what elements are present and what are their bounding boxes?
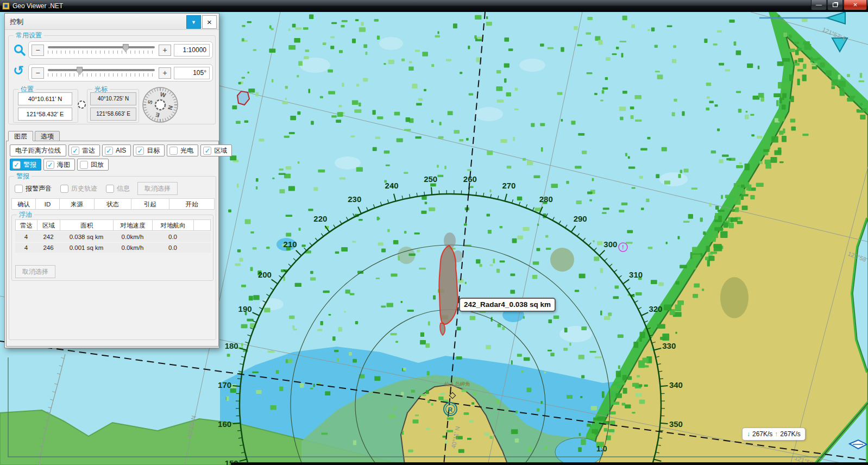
- download-speed: 267K/s: [752, 430, 772, 438]
- oil-cell: 0.0km/h: [113, 232, 152, 242]
- toggle-label: 光电: [180, 146, 193, 155]
- app-icon: [2, 2, 10, 10]
- oil-col-header[interactable]: 面积: [60, 220, 114, 230]
- svg-text:240: 240: [385, 181, 399, 190]
- toggle-label: 警报: [23, 160, 36, 169]
- panel-dropdown-button[interactable]: ▼: [186, 15, 201, 29]
- toggle-label: 区域: [214, 146, 227, 155]
- rotate-slider[interactable]: [47, 67, 156, 79]
- oil-cell: 0.0: [152, 243, 193, 253]
- layer-toggle-区域[interactable]: ✓区域: [200, 144, 232, 156]
- checkbox-icon: ✓: [46, 161, 54, 169]
- alarm-col-header[interactable]: 开始: [169, 199, 214, 209]
- app-window: 1501601701801902002102202302402502602702…: [0, 0, 868, 465]
- layer-toggle-雷达[interactable]: ✓雷达: [68, 144, 100, 156]
- svg-text:200: 200: [258, 270, 272, 279]
- checkbox-icon: ✓: [105, 147, 113, 155]
- svg-text:280: 280: [539, 194, 553, 204]
- checkbox-icon: ✓: [136, 147, 144, 155]
- oil-col-header[interactable]: 区域: [37, 220, 60, 230]
- group-label: 浮油: [17, 211, 34, 218]
- alarm-col-header[interactable]: ID: [36, 199, 60, 209]
- alarm-deselect-button[interactable]: 取消选择: [137, 182, 178, 195]
- scale-value[interactable]: 1:10000: [174, 44, 210, 56]
- screen-edge: [231, 462, 868, 465]
- cursor-lat-field: 40°10.725' N: [90, 92, 136, 105]
- restore-icon: [833, 3, 838, 7]
- restore-button[interactable]: [827, 0, 843, 10]
- layer-toggle-电子距离方位线[interactable]: 电子距离方位线: [10, 144, 66, 156]
- alarm-table-header: 确认ID来源状态引起开始: [11, 198, 215, 210]
- alarm-option-信息: 信息: [105, 183, 131, 194]
- oil-table-row[interactable]: 42420.038 sq km0.0km/h0.0: [15, 232, 211, 242]
- rotate-plus-button[interactable]: +: [159, 67, 171, 79]
- alarm-col-header[interactable]: 状态: [95, 199, 131, 209]
- alarm-col-header[interactable]: 来源: [60, 199, 95, 209]
- position-lat-field[interactable]: 40°10.611' N: [18, 92, 72, 105]
- oil-group: 浮油 雷达区域面积对地速度对地航向42420.038 sq km0.0km/h0…: [11, 215, 213, 281]
- oil-table-row[interactable]: 42460.001 sq km0.0km/h0.0: [15, 243, 211, 253]
- panel-title: 控制: [10, 18, 23, 26]
- oil-cell: 246: [37, 243, 60, 253]
- alarm-col-header[interactable]: 引起: [131, 199, 169, 209]
- slick-tooltip: 242_Radar4_0.038 sq km: [459, 298, 556, 312]
- checkbox-icon: [60, 185, 68, 193]
- panel-header[interactable]: 控制 ▼ ×: [5, 14, 219, 30]
- group-label: 光标: [92, 85, 110, 93]
- download-arrow-icon: ↓: [747, 430, 750, 438]
- tab-layers[interactable]: 图层: [8, 131, 33, 141]
- zoom-icon: [13, 43, 26, 56]
- svg-text:190: 190: [238, 304, 252, 313]
- svg-text:1.0: 1.0: [596, 444, 607, 453]
- oil-cell: 4: [15, 243, 37, 253]
- checkbox-icon: [169, 147, 178, 155]
- layer-toggle-回放[interactable]: 回放: [77, 159, 109, 171]
- layer-toggle-光电[interactable]: 光电: [167, 144, 198, 156]
- checkbox-icon: ✓: [203, 147, 211, 155]
- oil-table[interactable]: 雷达区域面积对地速度对地航向42420.038 sq km0.0km/h0.04…: [15, 219, 211, 253]
- oil-cell: 4: [15, 232, 37, 242]
- cursor-group: 光标 40°10.725' N 121°58.663' E: [87, 89, 139, 123]
- rotate-slider-row: − + 105°: [28, 64, 213, 81]
- position-lon-field[interactable]: 121°58.432' E: [18, 108, 72, 121]
- svg-text:220: 220: [313, 214, 327, 223]
- oil-cell: 0.0: [152, 232, 193, 242]
- oil-col-header[interactable]: 雷达: [16, 220, 37, 230]
- toggle-label: 海图: [57, 160, 70, 169]
- oil-col-header[interactable]: 对地航向: [153, 220, 194, 230]
- oil-col-header[interactable]: 对地速度: [114, 220, 153, 230]
- tab-content: 电子距离方位线✓雷达✓AIS✓目标光电✓区域 ✓警报✓海图回放 警报 报警声音历…: [6, 141, 219, 347]
- zoom-slider[interactable]: [47, 44, 156, 56]
- oil-table-header: 雷达区域面积对地速度对地航向: [15, 219, 211, 231]
- tab-options[interactable]: 选项: [35, 131, 60, 141]
- tab-strip: 图层选项: [8, 131, 61, 141]
- minimize-button[interactable]: —: [811, 0, 827, 10]
- cursor-lon-field: 121°58.663' E: [90, 108, 136, 121]
- rotation-value[interactable]: 105°: [174, 67, 210, 79]
- toggle-label: 目标: [147, 146, 160, 155]
- alarm-col-header[interactable]: 确认: [12, 199, 36, 209]
- layer-toggle-row: ✓警报✓海图回放: [10, 159, 109, 171]
- layer-toggle-AIS[interactable]: ✓AIS: [102, 144, 131, 156]
- close-button[interactable]: ×: [844, 0, 867, 10]
- zoom-minus-button[interactable]: −: [32, 45, 44, 56]
- center-target-icon[interactable]: [77, 100, 86, 109]
- svg-text:170: 170: [218, 380, 231, 389]
- cape-label: 仙人岛岬角: [444, 381, 470, 387]
- layer-toggle-警报[interactable]: ✓警报: [10, 159, 41, 171]
- oil-deselect-button[interactable]: 取消选择: [15, 265, 55, 278]
- compass-rose[interactable]: NESW: [141, 86, 179, 124]
- layer-toggle-海图[interactable]: ✓海图: [43, 159, 75, 171]
- panel-close-button[interactable]: ×: [202, 15, 217, 29]
- alarm-option-报警声音[interactable]: 报警声音: [14, 183, 53, 194]
- alarm-option-历史轨迹: 历史轨迹: [59, 183, 98, 194]
- position-group: 位置 40°10.611' N 121°58.432' E: [13, 89, 78, 123]
- layer-toggle-目标[interactable]: ✓目标: [133, 144, 165, 156]
- control-panel: 控制 ▼ × 常用设置 − + 1:10000 ↺ −: [4, 13, 219, 348]
- svg-text:210: 210: [284, 240, 297, 249]
- checkbox-icon: [15, 185, 23, 193]
- zoom-plus-button[interactable]: +: [159, 45, 171, 56]
- svg-text:300: 300: [603, 240, 617, 249]
- network-speed-widget: ↓ 267K/s ↑ 267K/s: [742, 428, 806, 441]
- rotate-minus-button[interactable]: −: [32, 67, 44, 79]
